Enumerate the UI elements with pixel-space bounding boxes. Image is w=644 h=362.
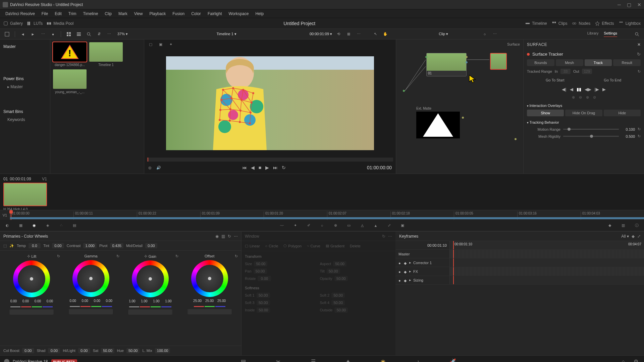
play-button[interactable]: ▶: [265, 165, 269, 170]
menu-view[interactable]: View: [131, 10, 146, 17]
menu-clip[interactable]: Clip: [102, 10, 114, 17]
mesh-rigidity-reset[interactable]: ↻: [638, 134, 641, 138]
library-tab[interactable]: Library: [587, 31, 599, 37]
result-tab[interactable]: Result: [613, 59, 641, 66]
track-tool-icon[interactable]: ⊖: [579, 95, 582, 100]
mid-detail-value[interactable]: 0.00: [145, 243, 157, 248]
menu-help[interactable]: Help: [253, 10, 266, 17]
motion-range-reset[interactable]: ↻: [638, 127, 641, 131]
kf-lock-icon[interactable]: ◆: [404, 270, 407, 273]
view-grid-button[interactable]: [65, 31, 72, 38]
effects-toggle[interactable]: Effects: [595, 21, 614, 26]
col-boost-value[interactable]: 0.00: [22, 348, 34, 353]
keyframes-mode-button[interactable]: ◆: [632, 234, 635, 239]
kf-enable-toggle[interactable]: ●: [398, 279, 402, 282]
lift-reset[interactable]: ↻: [57, 254, 60, 258]
view-list-button[interactable]: [75, 31, 83, 38]
motion-range-value[interactable]: 0.100: [622, 127, 635, 131]
mute-button[interactable]: 🔊: [156, 166, 161, 170]
clip-dropdown[interactable]: Clip ▾: [439, 32, 448, 36]
contrast-value[interactable]: 1.000: [83, 243, 97, 248]
track-tool-icon[interactable]: ⊕: [572, 95, 575, 100]
split-screen-button[interactable]: ⊞: [345, 31, 352, 38]
sizing-palette[interactable]: ⤢: [386, 222, 392, 229]
media-pool-toggle[interactable]: Media Pool: [47, 21, 73, 26]
play-reverse-button[interactable]: ◀: [251, 165, 255, 170]
image-wipe-button[interactable]: ⟲: [335, 31, 342, 38]
shape-curve[interactable]: ~ Curve: [307, 244, 320, 248]
lightbox-toggle[interactable]: Lightbox: [619, 21, 641, 26]
kf-lock-icon[interactable]: ◆: [404, 261, 407, 264]
project-settings-button[interactable]: ⚙: [632, 358, 640, 362]
kf-track-sizing[interactable]: [449, 276, 644, 284]
hue-value[interactable]: 50.00: [126, 348, 140, 353]
luts-toggle[interactable]: LUTs: [27, 21, 43, 26]
zoom-level[interactable]: 37% ▾: [117, 32, 128, 36]
shape-gradient[interactable]: ▤ Gradient: [326, 244, 344, 248]
soft3-value[interactable]: 50.00: [257, 300, 270, 305]
pivot-value[interactable]: 0.435: [110, 243, 123, 248]
menu-edit[interactable]: Edit: [52, 10, 64, 17]
smart-bins-header[interactable]: Smart Bins: [2, 107, 48, 116]
lmix-value[interactable]: 100.00: [155, 348, 170, 353]
shad-value[interactable]: 0.00: [48, 348, 60, 353]
select-tool[interactable]: ↖: [372, 31, 379, 38]
kf-ruler[interactable]: 00:00:01:10 00:04:07: [449, 241, 644, 249]
motion-effects-palette[interactable]: ▤: [71, 222, 78, 229]
goto-end-button[interactable]: Go To End: [585, 77, 641, 83]
shape-linear[interactable]: ▢ Linear: [245, 244, 260, 248]
magic-mask-palette[interactable]: ▭: [345, 222, 352, 229]
keyframes-all-dropdown[interactable]: All ▾: [621, 234, 629, 239]
overlay-hide-drag-button[interactable]: Hide On Drag: [565, 110, 602, 116]
goto-start-button[interactable]: Go To Start: [527, 77, 583, 83]
sort-button[interactable]: ⇵: [95, 31, 103, 38]
3d-palette[interactable]: ▣: [399, 222, 406, 229]
color-match-palette[interactable]: ▦: [17, 222, 24, 229]
overlay-show-button[interactable]: Show: [527, 110, 564, 116]
kf-lock-icon[interactable]: ◆: [404, 279, 407, 282]
menu-mark[interactable]: Mark: [116, 10, 130, 17]
wheels-reset-button[interactable]: ↻: [228, 234, 231, 239]
color-warper-palette[interactable]: ✦: [292, 222, 299, 229]
lift-master-slider[interactable]: [10, 309, 53, 315]
prev-still-button[interactable]: ◄: [19, 31, 26, 38]
size-value[interactable]: 50.00: [254, 261, 267, 266]
track-header[interactable]: V1: [0, 210, 10, 220]
curves-palette[interactable]: 〰: [278, 222, 285, 229]
menu-playback[interactable]: Playback: [147, 10, 168, 17]
first-frame-button[interactable]: ⏮: [242, 165, 247, 170]
soft1-value[interactable]: 50.00: [257, 293, 270, 298]
viewer-wand-button[interactable]: ✦: [167, 41, 174, 48]
tint-value[interactable]: 0.00: [52, 243, 64, 248]
track-tab[interactable]: Track: [585, 59, 612, 66]
cut-page-button[interactable]: ✂: [274, 358, 282, 362]
stop-button[interactable]: ■: [259, 165, 261, 170]
source-input-dot[interactable]: [403, 90, 405, 92]
kf-expand-sizing[interactable]: ▸: [409, 278, 411, 282]
offset-reset[interactable]: ↻: [235, 254, 238, 258]
black-point-picker[interactable]: ⊹: [27, 254, 30, 258]
viewer-scrubber[interactable]: [147, 158, 393, 162]
deliver-page-button[interactable]: 🚀: [449, 358, 457, 362]
blur-palette[interactable]: ◬: [359, 222, 366, 229]
gamma-master-slider[interactable]: [69, 309, 113, 314]
gamma-reset[interactable]: ↻: [116, 254, 119, 258]
track-tool-icon[interactable]: ⊗: [586, 95, 589, 100]
menu-trim[interactable]: Trim: [66, 10, 79, 17]
keyframes-expand-button[interactable]: ⤢: [637, 234, 641, 239]
ext-matte-node[interactable]: Ext. Matte: [416, 107, 460, 138]
hand-tool[interactable]: ✋: [382, 31, 389, 38]
tracker-palette[interactable]: ⊕: [332, 222, 339, 229]
node-output-surface[interactable]: [490, 53, 507, 70]
menu-file[interactable]: File: [39, 10, 51, 17]
info-button[interactable]: ⓘ: [633, 222, 640, 229]
bounds-tab[interactable]: Bounds: [527, 59, 554, 66]
gallery-toggle[interactable]: Gallery: [3, 21, 23, 26]
key-palette[interactable]: ▲: [372, 222, 379, 229]
timeline-dropdown[interactable]: Timeline 1 ▾: [217, 32, 236, 36]
opacity-value[interactable]: 50.00: [334, 276, 348, 281]
outside-value[interactable]: 50.00: [334, 307, 348, 313]
rotate-value[interactable]: 0.00: [258, 276, 271, 281]
close-button[interactable]: ✕: [637, 2, 641, 7]
overlay-hide-button[interactable]: Hide: [604, 110, 641, 116]
